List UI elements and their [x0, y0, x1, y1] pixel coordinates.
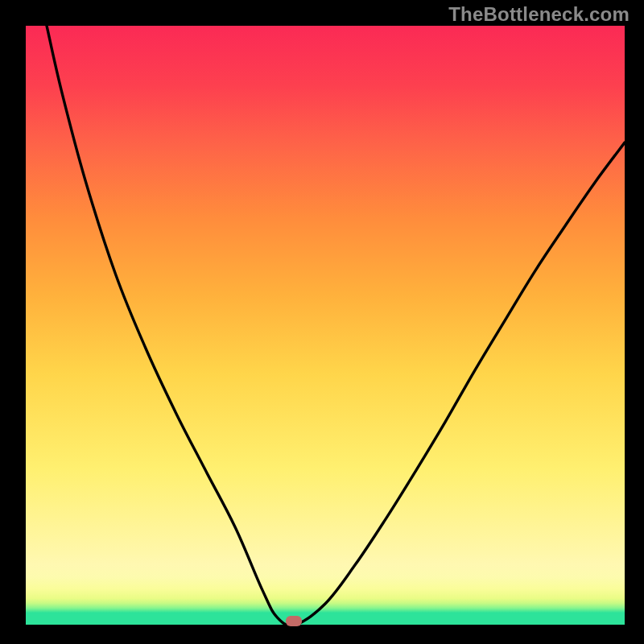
optimal-point-marker	[286, 616, 302, 626]
chart-container: TheBottleneck.com	[0, 0, 644, 644]
watermark-text: TheBottleneck.com	[448, 3, 630, 26]
plot-background-gradient	[26, 26, 625, 625]
